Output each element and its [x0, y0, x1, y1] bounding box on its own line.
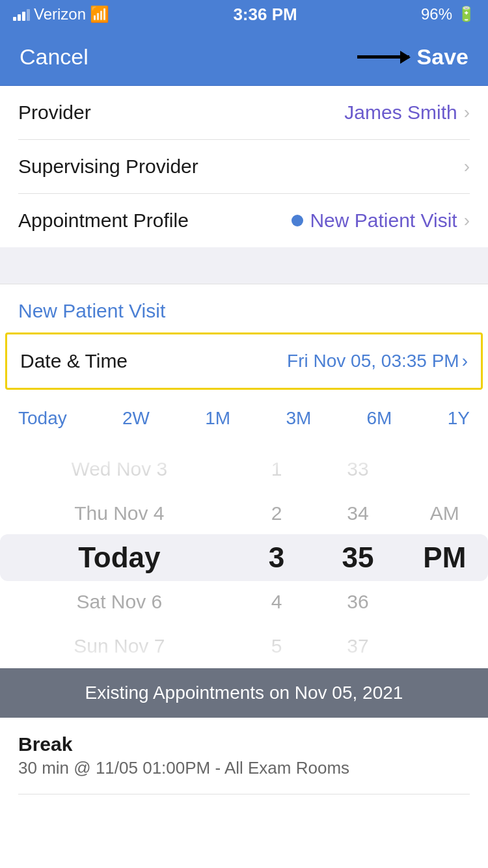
divider-appointment	[18, 794, 470, 794]
save-area: Save	[357, 44, 468, 70]
picker-hour-2: 2	[239, 491, 315, 536]
picker-pm: PM	[401, 536, 488, 580]
wifi-icon: 📶	[90, 5, 109, 23]
picker-ampm-blank	[401, 580, 488, 624]
picker-date-thu: Thu Nov 4	[0, 491, 239, 536]
picker-hour-column[interactable]: 1 2 3 4 5	[239, 447, 315, 668]
status-bar-right: 96% 🔋	[421, 5, 475, 23]
appointments-banner: Existing Appointments on Nov 05, 2021	[0, 668, 488, 718]
time-label: 3:36 PM	[233, 5, 297, 25]
appointment-detail: 30 min @ 11/05 01:00PM - All Exam Rooms	[18, 758, 470, 778]
picker-columns: Wed Nov 3 Thu Nov 4 Today Sat Nov 6 Sun …	[0, 447, 488, 668]
picker-hour-4: 4	[239, 580, 315, 624]
picker-min-35: 35	[314, 536, 401, 580]
filter-today[interactable]: Today	[18, 403, 67, 434]
supervising-provider-row[interactable]: Supervising Provider ›	[0, 140, 488, 193]
picker-min-33: 33	[314, 447, 401, 491]
date-time-text: Fri Nov 05, 03:35 PM	[287, 351, 459, 372]
carrier-label: Verizon	[34, 5, 86, 23]
date-time-chevron: ›	[462, 351, 468, 372]
picker-min-34: 34	[314, 491, 401, 536]
supervising-provider-chevron: ›	[464, 156, 470, 177]
appointment-item: Break 30 min @ 11/05 01:00PM - All Exam …	[0, 718, 488, 794]
provider-name: James Smith	[344, 102, 457, 124]
arrow-icon	[357, 55, 409, 59]
provider-label: Provider	[18, 102, 91, 124]
filter-6m[interactable]: 6M	[367, 403, 392, 434]
appointment-profile-value: New Patient Visit ›	[291, 210, 470, 232]
appointment-profile-chevron: ›	[464, 210, 470, 231]
filter-1y[interactable]: 1Y	[448, 403, 470, 434]
dot-icon	[291, 215, 303, 226]
picker-min-36: 36	[314, 580, 401, 624]
date-time-value: Fri Nov 05, 03:35 PM ›	[287, 351, 468, 372]
quick-filters: Today 2W 1M 3M 6M 1Y	[0, 390, 488, 447]
picker-date-column[interactable]: Wed Nov 3 Thu Nov 4 Today Sat Nov 6 Sun …	[0, 447, 239, 668]
save-button[interactable]: Save	[417, 44, 468, 70]
date-time-row[interactable]: Date & Time Fri Nov 05, 03:35 PM ›	[5, 332, 483, 390]
status-bar: Verizon 📶 3:36 PM 96% 🔋	[0, 0, 488, 29]
filter-1m[interactable]: 1M	[205, 403, 230, 434]
date-time-label: Date & Time	[20, 350, 128, 372]
filter-3m[interactable]: 3M	[286, 403, 311, 434]
provider-value: James Smith ›	[344, 102, 470, 124]
section-title: New Patient Visit	[0, 284, 488, 332]
status-bar-left: Verizon 📶	[13, 5, 109, 23]
picker-hour-1: 1	[239, 447, 315, 491]
picker-ampm-column[interactable]: AM PM	[401, 447, 488, 668]
nav-bar: Cancel Save	[0, 29, 488, 86]
signal-icon	[13, 8, 30, 21]
battery-icon: 🔋	[457, 6, 475, 23]
provider-row[interactable]: Provider James Smith ›	[0, 86, 488, 139]
appointment-profile-row[interactable]: Appointment Profile New Patient Visit ›	[0, 194, 488, 247]
appointment-title: Break	[18, 733, 470, 755]
picker-hour-3: 3	[239, 536, 315, 580]
provider-chevron: ›	[464, 102, 470, 123]
picker-hour-5: 5	[239, 624, 315, 668]
appointment-profile-name: New Patient Visit	[310, 210, 457, 232]
picker-date-sun: Sun Nov 7	[0, 624, 239, 668]
supervising-provider-value: ›	[461, 156, 470, 177]
picker-min-37: 37	[314, 624, 401, 668]
picker-date-today: Today	[0, 536, 239, 580]
form-section: Provider James Smith › Supervising Provi…	[0, 86, 488, 247]
picker-am: AM	[401, 491, 488, 536]
battery-label: 96%	[421, 5, 452, 23]
appointment-profile-label: Appointment Profile	[18, 210, 189, 232]
time-picker[interactable]: Wed Nov 3 Thu Nov 4 Today Sat Nov 6 Sun …	[0, 447, 488, 668]
picker-minute-column[interactable]: 33 34 35 36 37	[314, 447, 401, 668]
supervising-provider-label: Supervising Provider	[18, 156, 198, 178]
cancel-button[interactable]: Cancel	[20, 44, 88, 70]
picker-date-wed: Wed Nov 3	[0, 447, 239, 491]
appointments-banner-text: Existing Appointments on Nov 05, 2021	[85, 683, 403, 703]
filter-2w[interactable]: 2W	[122, 403, 150, 434]
section-gap	[0, 247, 488, 284]
picker-date-sat: Sat Nov 6	[0, 580, 239, 624]
